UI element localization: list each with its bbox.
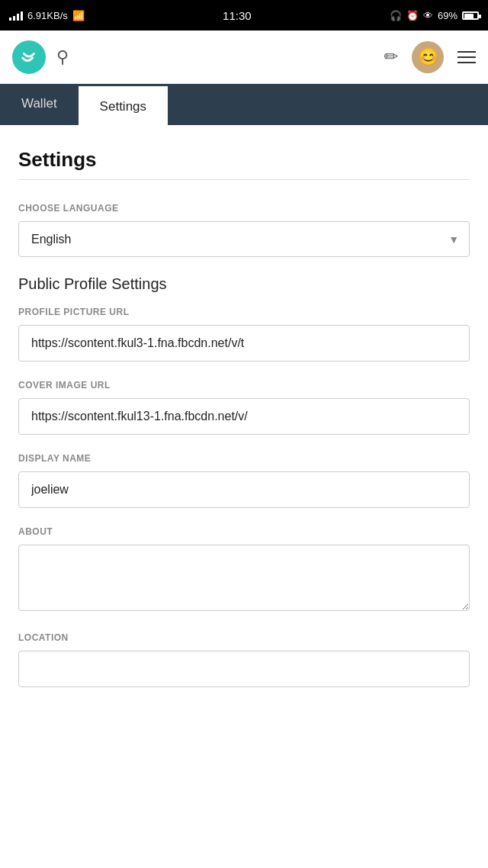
location-input[interactable] bbox=[18, 651, 470, 687]
app-logo[interactable] bbox=[12, 40, 46, 74]
language-select-wrapper: English中文Español ▼ bbox=[18, 221, 470, 257]
page-title: Settings bbox=[18, 148, 470, 180]
status-right: 🎧 ⏰ 👁 69% bbox=[390, 10, 479, 21]
battery-icon bbox=[462, 11, 479, 20]
about-label: ABOUT bbox=[18, 526, 470, 537]
page-content: Settings CHOOSE LANGUAGE English中文Españo… bbox=[0, 125, 488, 728]
wifi-icon: 📶 bbox=[72, 10, 85, 21]
edit-icon[interactable]: ✎ bbox=[379, 45, 403, 69]
eye-icon: 👁 bbox=[423, 10, 433, 21]
language-label: CHOOSE LANGUAGE bbox=[18, 203, 470, 214]
status-time: 11:30 bbox=[223, 9, 252, 22]
headphones-icon: 🎧 bbox=[390, 10, 402, 21]
display-name-group: DISPLAY NAME bbox=[18, 453, 470, 508]
language-select[interactable]: English中文Español bbox=[18, 221, 470, 257]
cover-image-label: COVER IMAGE URL bbox=[18, 380, 470, 391]
about-input[interactable] bbox=[18, 545, 470, 611]
public-profile-title: Public Profile Settings bbox=[18, 275, 470, 293]
avatar[interactable]: 😊 bbox=[412, 41, 444, 73]
tab-bar: Wallet Settings bbox=[0, 84, 488, 125]
top-nav: ⚲ ✎ 😊 bbox=[0, 31, 488, 84]
about-group: ABOUT bbox=[18, 526, 470, 614]
display-name-label: DISPLAY NAME bbox=[18, 453, 470, 464]
profile-picture-group: PROFILE PICTURE URL bbox=[18, 307, 470, 362]
menu-button[interactable] bbox=[458, 51, 476, 63]
location-label: LOCATION bbox=[18, 632, 470, 643]
nav-right: ✎ 😊 bbox=[384, 41, 476, 73]
location-group: LOCATION bbox=[18, 632, 470, 687]
language-group: CHOOSE LANGUAGE English中文Español ▼ bbox=[18, 203, 470, 257]
alarm-icon: ⏰ bbox=[406, 10, 419, 21]
tab-settings[interactable]: Settings bbox=[79, 86, 168, 125]
status-bar: 6.91KB/s 📶 11:30 🎧 ⏰ 👁 69% bbox=[0, 0, 488, 31]
status-left: 6.91KB/s 📶 bbox=[9, 10, 85, 21]
battery-percent: 69% bbox=[438, 10, 458, 21]
signal-bars bbox=[9, 10, 23, 21]
search-icon[interactable]: ⚲ bbox=[56, 47, 69, 67]
display-name-input[interactable] bbox=[18, 471, 470, 508]
tab-wallet[interactable]: Wallet bbox=[0, 84, 79, 125]
cover-image-group: COVER IMAGE URL bbox=[18, 380, 470, 435]
profile-picture-label: PROFILE PICTURE URL bbox=[18, 307, 470, 317]
profile-picture-input[interactable] bbox=[18, 325, 470, 362]
cover-image-input[interactable] bbox=[18, 398, 470, 435]
network-speed: 6.91KB/s bbox=[27, 10, 68, 21]
